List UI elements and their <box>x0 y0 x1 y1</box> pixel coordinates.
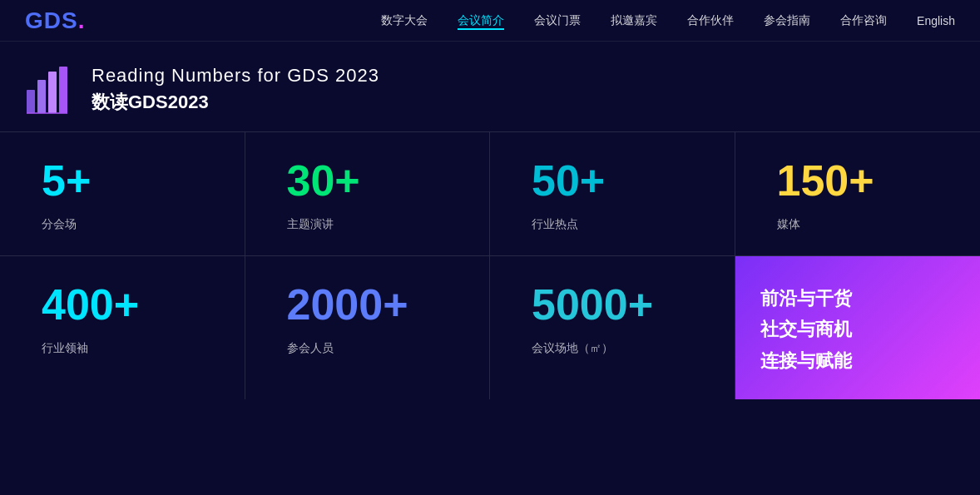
nav-item-0[interactable]: 数字大会 <box>381 12 428 28</box>
nav-item-5[interactable]: 参会指南 <box>764 12 810 28</box>
stat-label: 行业热点 <box>532 217 735 232</box>
stats-row-2: 400+行业领袖2000+参会人员5000+会议场地（㎡）前沿与干货社交与商机连… <box>0 255 980 399</box>
stat-number: 150+ <box>777 159 981 202</box>
nav-link-0[interactable]: 数字大会 <box>381 13 428 27</box>
nav-item-3[interactable]: 拟邀嘉宾 <box>611 12 657 28</box>
highlight-line-0: 前沿与干货 <box>760 283 956 314</box>
logo-text: GDS <box>25 7 78 33</box>
stat-label: 媒体 <box>777 217 981 232</box>
stats-row-1: 5+分会场30+主题演讲50+行业热点150+媒体 <box>0 131 980 255</box>
svg-rect-2 <box>48 72 57 113</box>
stat-highlight-cell: 前沿与干货社交与商机连接与赋能 <box>735 256 981 399</box>
stat-label: 分会场 <box>42 217 245 232</box>
stat-number: 50+ <box>532 159 735 202</box>
stat-label: 参会人员 <box>287 341 490 356</box>
logo-dot: . <box>78 7 86 33</box>
highlight-line-1: 社交与商机 <box>760 314 956 344</box>
stat-number: 2000+ <box>287 283 490 326</box>
nav-item-1[interactable]: 会议简介 <box>458 12 504 28</box>
nav-link-1[interactable]: 会议简介 <box>458 13 504 30</box>
nav-item-6[interactable]: 合作咨询 <box>840 12 887 28</box>
stat-cell-row1-1: 30+主题演讲 <box>245 132 491 255</box>
svg-rect-3 <box>59 67 67 113</box>
nav-link-2[interactable]: 会议门票 <box>534 13 581 27</box>
stat-cell-row2-0: 400+行业领袖 <box>0 256 245 399</box>
stat-number: 5000+ <box>532 283 735 326</box>
hero-title-en: Reading Numbers for GDS 2023 <box>92 65 379 87</box>
stat-cell-row2-1: 2000+参会人员 <box>245 256 491 399</box>
nav-link-3[interactable]: 拟邀嘉宾 <box>611 13 657 27</box>
stat-cell-row1-0: 5+分会场 <box>0 132 245 255</box>
nav-item-2[interactable]: 会议门票 <box>534 12 581 28</box>
hero-title-zh: 数读GDS2023 <box>92 90 379 115</box>
svg-rect-1 <box>37 80 46 113</box>
highlight-line-2: 连接与赋能 <box>760 345 956 376</box>
nav-item-4[interactable]: 合作伙伴 <box>687 12 734 28</box>
nav-link-6[interactable]: 合作咨询 <box>840 13 887 27</box>
nav-link-5[interactable]: 参会指南 <box>764 13 810 27</box>
stat-label: 行业领袖 <box>42 341 245 356</box>
hero-section: Reading Numbers for GDS 2023 数读GDS2023 <box>0 42 980 131</box>
nav-links: 数字大会会议简介会议门票拟邀嘉宾合作伙伴参会指南合作咨询 <box>381 12 887 28</box>
svg-rect-0 <box>27 90 35 113</box>
hero-text: Reading Numbers for GDS 2023 数读GDS2023 <box>92 65 379 115</box>
logo[interactable]: GDS. <box>25 7 85 34</box>
navbar: GDS. 数字大会会议简介会议门票拟邀嘉宾合作伙伴参会指南合作咨询 Englis… <box>0 0 980 42</box>
stat-cell-row2-2: 5000+会议场地（㎡） <box>490 256 735 399</box>
language-button[interactable]: English <box>917 14 955 27</box>
stat-cell-row1-3: 150+媒体 <box>735 132 981 255</box>
nav-link-4[interactable]: 合作伙伴 <box>687 13 734 27</box>
stat-number: 30+ <box>287 159 490 202</box>
stat-number: 5+ <box>42 159 245 202</box>
stat-cell-row1-2: 50+行业热点 <box>490 132 735 255</box>
stat-label: 会议场地（㎡） <box>532 341 735 356</box>
hero-icon <box>25 65 75 115</box>
stats-container: 5+分会场30+主题演讲50+行业热点150+媒体 400+行业领袖2000+参… <box>0 131 980 399</box>
stat-number: 400+ <box>42 283 245 326</box>
stat-label: 主题演讲 <box>287 217 490 232</box>
